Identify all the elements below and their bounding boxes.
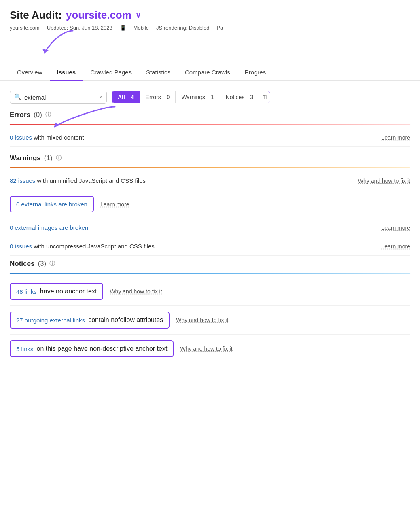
broken-links-box[interactable]: 0 external links are broken <box>10 196 94 212</box>
notices-count: (3) <box>38 260 46 268</box>
tab-crawled-pages[interactable]: Crawled Pages <box>83 65 139 81</box>
search-box[interactable]: 🔍 × <box>10 91 107 104</box>
notices-info-icon[interactable]: ⓘ <box>49 260 55 267</box>
issue-mixed-content: 0 issues with mixed content Learn more <box>10 128 410 147</box>
device-icon: 📱 <box>120 25 126 31</box>
chevron-down-icon[interactable]: ∨ <box>136 11 141 20</box>
issue-nofollow-links: 27 outgoing external links contain nofol… <box>10 306 410 335</box>
issue-unminified-text: 82 issues with unminified JavaScript and… <box>10 177 352 184</box>
tab-issues[interactable]: Issues <box>50 65 83 81</box>
js-rendering-label: JS rendering: Disabled <box>156 25 210 31</box>
non-descriptive-link[interactable]: 5 links <box>16 346 34 352</box>
issue-broken-external-links: 0 external links are broken Learn more <box>10 190 410 218</box>
updated-label: Updated: Sun, Jun 18, 2023 <box>47 25 112 31</box>
mixed-content-link[interactable]: 0 issues <box>10 134 32 141</box>
broken-links-link[interactable]: 0 external links are broken <box>16 201 87 208</box>
issue-no-anchor-text: 48 links have no anchor text Why and how… <box>10 277 410 306</box>
filter-overflow: Ti <box>259 92 270 103</box>
no-anchor-text-action[interactable]: Why and how to fix it <box>110 288 162 295</box>
warnings-info-icon[interactable]: ⓘ <box>56 155 62 162</box>
nav-tabs: Overview Issues Crawled Pages Statistics… <box>0 65 420 81</box>
tab-compare-crawls[interactable]: Compare Crawls <box>178 65 238 81</box>
uncompressed-action[interactable]: Learn more <box>381 243 410 250</box>
page-title: Site Audit: yoursite.com ∨ <box>10 9 410 21</box>
warnings-label: Warnings <box>10 154 41 162</box>
domain-label: yoursite.com <box>10 25 40 31</box>
no-anchor-text-link[interactable]: 48 links <box>16 288 37 295</box>
nofollow-action[interactable]: Why and how to fix it <box>176 317 228 323</box>
errors-info-icon[interactable]: ⓘ <box>45 111 51 119</box>
issue-uncompressed-text: 0 issues with uncompressed JavaScript an… <box>10 243 375 250</box>
issue-unminified: 82 issues with unminified JavaScript and… <box>10 172 410 190</box>
search-icon: 🔍 <box>14 93 22 101</box>
issue-non-descriptive-anchor: 5 links on this page have non-descriptiv… <box>10 335 410 363</box>
tab-progress[interactable]: Progres <box>238 65 274 81</box>
header: Site Audit: yoursite.com ∨ yoursite.com … <box>0 0 420 31</box>
svg-marker-0 <box>42 49 49 53</box>
unminified-link[interactable]: 82 issues <box>10 177 35 184</box>
search-input[interactable] <box>24 94 85 101</box>
more-label: Pa <box>216 25 223 31</box>
notices-section-header: Notices (3) ⓘ <box>10 260 410 269</box>
device-label: Mobile <box>134 25 149 31</box>
issue-uncompressed: 0 issues with uncompressed JavaScript an… <box>10 237 410 256</box>
nofollow-link[interactable]: 27 outgoing external links <box>16 317 85 324</box>
warnings-section-header: Warnings (1) ⓘ <box>10 154 410 164</box>
meta-row: yoursite.com Updated: Sun, Jun 18, 2023 … <box>10 25 410 31</box>
filter-warnings-button[interactable]: Warnings 1 <box>175 91 219 103</box>
issue-broken-images-text: 0 external images are broken <box>10 224 375 231</box>
errors-divider <box>10 124 410 125</box>
uncompressed-link[interactable]: 0 issues <box>10 243 32 250</box>
warnings-divider <box>10 167 410 168</box>
title-label: Site Audit: <box>10 9 62 21</box>
broken-links-action[interactable]: Learn more <box>100 201 129 208</box>
filter-row: 🔍 × All 4 Errors 0 Warnings 1 Notices 3 … <box>10 91 410 104</box>
arrow-to-issues <box>40 27 93 59</box>
issue-broken-external-images: 0 external images are broken Learn more <box>10 218 410 237</box>
non-descriptive-action[interactable]: Why and how to fix it <box>180 346 232 352</box>
errors-section-header: Errors (0) ⓘ <box>10 111 410 121</box>
no-anchor-text-box[interactable]: 48 links have no anchor text <box>10 283 103 300</box>
filter-errors-button[interactable]: Errors 0 <box>140 91 176 103</box>
non-descriptive-box[interactable]: 5 links on this page have non-descriptiv… <box>10 340 174 357</box>
filter-buttons: All 4 Errors 0 Warnings 1 Notices 3 Ti <box>112 91 270 103</box>
filter-notices-button[interactable]: Notices 3 <box>220 91 259 103</box>
filter-all-button[interactable]: All 4 <box>112 91 140 103</box>
unminified-action[interactable]: Why and how to fix it <box>358 178 410 184</box>
notices-label: Notices <box>10 260 34 268</box>
notices-divider <box>10 273 410 274</box>
errors-label: Errors <box>10 111 30 119</box>
content-area: 🔍 × All 4 Errors 0 Warnings 1 Notices 3 … <box>0 81 420 373</box>
site-name-link[interactable]: yoursite.com <box>66 9 132 21</box>
issue-mixed-content-text: 0 issues with mixed content <box>10 134 375 141</box>
tab-overview[interactable]: Overview <box>10 65 50 81</box>
search-clear-button[interactable]: × <box>99 94 102 100</box>
nofollow-box[interactable]: 27 outgoing external links contain nofol… <box>10 312 170 329</box>
broken-images-action[interactable]: Learn more <box>381 225 410 231</box>
warnings-count: (1) <box>44 154 53 162</box>
broken-images-link[interactable]: 0 external images are broken <box>10 224 88 231</box>
tab-statistics[interactable]: Statistics <box>139 65 178 81</box>
mixed-content-action[interactable]: Learn more <box>381 134 410 141</box>
errors-count: (0) <box>34 111 42 119</box>
